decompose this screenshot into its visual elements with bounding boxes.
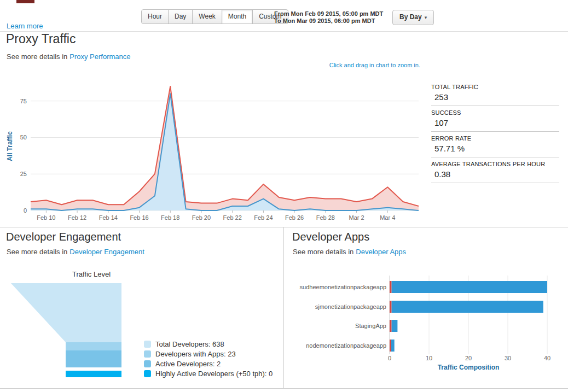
developer-funnel-chart <box>10 281 136 383</box>
x-tick-label: 0 <box>388 355 391 361</box>
subtitle-prefix: See more details in <box>293 248 353 256</box>
traffic-stats-panel: TOTAL TRAFFIC253SUCCESS107ERROR RATE57.7… <box>431 82 559 185</box>
y-tick-label: 25 <box>20 171 27 177</box>
stat-value: 57.71 % <box>434 144 559 153</box>
x-tick-label: Feb 26 <box>285 214 304 221</box>
stat-label: AVERAGE TRANSACTIONS PER HOUR <box>431 161 559 167</box>
funnel-stage-highly-active-developers <box>66 371 121 377</box>
stat-label: TOTAL TRAFFIC <box>431 84 559 90</box>
bar-category-label: sudheemonetizationpackageapp <box>300 284 386 290</box>
x-tick-label: 10 <box>426 355 432 361</box>
legend-label: Highly Active Developers (+50 tph): 0 <box>155 370 273 378</box>
x-tick-label: Feb 16 <box>130 214 148 221</box>
bar-segment-error <box>390 281 392 293</box>
funnel-legend: Total Developers: 638Developers with App… <box>144 339 273 378</box>
proxy-traffic-title: Proxy Traffic <box>6 32 76 46</box>
funnel-stage-active-developers <box>66 350 121 367</box>
bar-category-label: StagingApp <box>355 323 386 329</box>
legend-label: Developers with Apps: 23 <box>155 350 236 358</box>
range-button-week[interactable]: Week <box>192 9 222 24</box>
stat-success: SUCCESS107 <box>431 108 559 132</box>
x-tick-label: Feb 28 <box>316 214 335 221</box>
y-axis-title: All Traffic <box>6 131 14 161</box>
y-tick-label: 50 <box>20 134 27 141</box>
developer-apps-subtitle: See more details inDeveloper Apps <box>293 248 406 256</box>
stat-error-rate: ERROR RATE57.71 % <box>431 133 559 157</box>
bar-segment-error <box>390 301 392 313</box>
legend-swatch-icon <box>144 370 151 377</box>
column-divider <box>283 227 284 388</box>
all-traffic-line <box>31 86 419 206</box>
legend-swatch-icon <box>144 341 151 348</box>
funnel-legend-item: Highly Active Developers (+50 tph): 0 <box>144 368 273 378</box>
x-tick-label: 30 <box>505 355 511 361</box>
bar-segment-success <box>392 301 543 313</box>
developer-apps-link[interactable]: Developer Apps <box>356 248 406 256</box>
funnel-legend-item: Active Developers: 2 <box>144 359 273 368</box>
group-by-dropdown[interactable]: By Day▾ <box>392 10 434 25</box>
bar-segment-success <box>392 281 547 293</box>
funnel-title: Traffic Level <box>31 270 152 278</box>
stat-value: 0.38 <box>434 169 559 179</box>
developer-apps-chart: 010203040sudheemonetizationpackageappsjm… <box>290 272 567 376</box>
funnel-legend-item: Developers with Apps: 23 <box>144 349 273 359</box>
proxy-performance-link[interactable]: Proxy Performance <box>69 52 130 61</box>
date-from-text: From Mon Feb 09 2015, 05:00 pm MDT <box>274 10 383 17</box>
header-divider <box>0 31 568 32</box>
date-to-text: To Mon Mar 09 2015, 06:00 pm MDT <box>274 17 383 25</box>
bar-segment-error <box>390 320 392 332</box>
group-by-label: By Day <box>399 13 422 21</box>
legend-label: Total Developers: 638 <box>155 340 224 348</box>
x-tick-label: Feb 10 <box>37 214 55 221</box>
stat-total-traffic: TOTAL TRAFFIC253 <box>431 82 559 106</box>
proxy-traffic-subtitle: See more details inProxy Performance <box>7 52 131 61</box>
y-tick-label: 75 <box>20 98 27 104</box>
time-range-button-group: HourDayWeekMonthCustom <box>141 9 288 24</box>
legend-label: Active Developers: 2 <box>155 360 221 368</box>
range-button-month[interactable]: Month <box>222 9 253 24</box>
funnel-stage-total-developers <box>11 283 121 342</box>
x-tick-label: 20 <box>465 355 472 361</box>
success-area <box>31 93 419 210</box>
legend-swatch-icon <box>144 360 151 367</box>
x-tick-label: Mar 4 <box>380 214 395 221</box>
section-divider <box>0 227 568 227</box>
x-tick-label: Feb 24 <box>254 214 273 221</box>
x-axis-title: Traffic Composition <box>438 364 500 371</box>
range-button-hour[interactable]: Hour <box>141 9 169 24</box>
chevron-down-icon: ▾ <box>425 15 427 20</box>
date-range-display: From Mon Feb 09 2015, 05:00 pm MDT To Mo… <box>274 10 383 25</box>
x-tick-label: Feb 12 <box>68 214 86 221</box>
x-tick-label: Feb 22 <box>223 214 242 221</box>
stat-value: 107 <box>434 118 559 127</box>
x-tick-label: Feb 18 <box>161 214 179 221</box>
bar-segment-error <box>390 340 391 352</box>
x-tick-label: 40 <box>544 355 550 361</box>
success-line <box>31 93 419 210</box>
developer-engagement-title: Developer Engagement <box>6 231 121 243</box>
cutoff-red-element <box>16 0 34 3</box>
stat-value: 253 <box>434 92 559 102</box>
range-button-day[interactable]: Day <box>168 9 193 24</box>
subtitle-prefix: See more details in <box>7 52 67 61</box>
learn-more-link[interactable]: Learn more <box>7 22 43 30</box>
funnel-legend-item: Total Developers: 638 <box>144 339 273 349</box>
stat-label: SUCCESS <box>431 109 559 116</box>
all-traffic-area <box>31 86 419 210</box>
bar-category-label: sjmonetizationpackageapp <box>315 303 386 310</box>
proxy-traffic-chart[interactable]: 0255075Feb 10Feb 12Feb 14Feb 16Feb 18Feb… <box>4 74 426 225</box>
bar-segment-success <box>392 320 398 332</box>
developer-apps-title: Developer Apps <box>292 231 369 243</box>
stat-average-transactions-per-hour: AVERAGE TRANSACTIONS PER HOUR0.38 <box>431 159 559 183</box>
developer-engagement-subtitle: See more details inDeveloper Engagement <box>7 248 144 256</box>
x-tick-label: Feb 20 <box>192 214 211 221</box>
x-tick-label: Feb 14 <box>99 214 118 221</box>
bar-segment-success <box>391 340 395 352</box>
stat-label: ERROR RATE <box>431 135 559 142</box>
x-tick-label: Mar 2 <box>349 214 364 221</box>
subtitle-prefix: See more details in <box>7 248 67 256</box>
legend-swatch-icon <box>144 350 151 358</box>
developer-engagement-link[interactable]: Developer Engagement <box>69 248 144 256</box>
y-tick-label: 0 <box>24 207 27 214</box>
chart-zoom-hint: Click and drag in chart to zoom in. <box>0 62 420 68</box>
